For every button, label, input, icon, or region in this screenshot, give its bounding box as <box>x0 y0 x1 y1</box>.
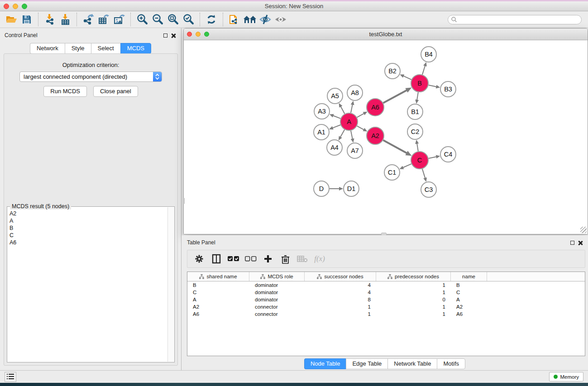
table-cell[interactable]: 4 <box>305 281 376 289</box>
table-cell[interactable]: C <box>187 289 249 296</box>
tab-select[interactable]: Select <box>91 43 120 54</box>
graph-node-C2[interactable]: C2 <box>407 124 423 139</box>
divider-notch[interactable] <box>183 198 185 204</box>
table-cell[interactable]: dominator <box>249 289 305 296</box>
table-row[interactable]: A2connector11A2 <box>187 303 585 310</box>
table-cell[interactable]: A <box>451 296 487 303</box>
show-all-button[interactable] <box>273 13 288 26</box>
table-cell[interactable]: C <box>451 289 487 296</box>
tab-style[interactable]: Style <box>65 43 91 54</box>
zoom-in-button[interactable] <box>134 13 150 26</box>
zoom-out-button[interactable] <box>150 13 165 26</box>
tab-motifs[interactable]: Motifs <box>437 358 465 369</box>
column-header-shared-name[interactable]: shared name <box>187 272 249 281</box>
graph-node-B4[interactable]: B4 <box>421 47 436 62</box>
graph-node-B3[interactable]: B3 <box>440 81 456 97</box>
first-neighbors-button[interactable] <box>242 13 258 26</box>
tab-network[interactable]: Network <box>30 43 65 54</box>
edge-B-B1[interactable] <box>417 92 418 100</box>
graph-node-C4[interactable]: C4 <box>440 147 456 162</box>
graph-node-A8[interactable]: A8 <box>347 85 363 100</box>
tab-edge-table[interactable]: Edge Table <box>346 358 387 369</box>
table-cell[interactable]: 1 <box>376 289 451 296</box>
edge-C-C3[interactable] <box>422 169 425 178</box>
delete-column-button[interactable] <box>278 252 292 266</box>
column-header-predecessor-nodes[interactable]: predecessor nodes <box>376 272 451 281</box>
close-table-panel-icon[interactable] <box>578 240 583 245</box>
graph-node-A1[interactable]: A1 <box>314 124 329 140</box>
edge-C-C2[interactable] <box>417 143 418 152</box>
task-history-button[interactable] <box>5 372 16 382</box>
graph-node-D[interactable]: D <box>314 181 329 196</box>
float-table-panel-icon[interactable] <box>570 241 574 245</box>
table-cell[interactable]: A6 <box>451 310 487 318</box>
graph-node-A[interactable]: A <box>340 113 358 130</box>
open-session-button[interactable] <box>4 13 19 26</box>
export-table-button[interactable] <box>96 13 111 26</box>
table-cell[interactable]: 1 <box>376 281 451 289</box>
edge-A-A6[interactable] <box>357 114 364 118</box>
edge-A-A2[interactable] <box>357 126 364 129</box>
graph-node-C[interactable]: C <box>411 152 428 169</box>
table-cell[interactable]: connector <box>249 303 305 310</box>
graph-node-C1[interactable]: C1 <box>384 165 400 180</box>
edge-A2-C[interactable] <box>383 140 407 153</box>
search-input[interactable] <box>457 16 581 24</box>
result-item[interactable]: A <box>10 217 167 224</box>
deselect-all-button[interactable] <box>244 252 258 266</box>
table-cell[interactable]: B <box>187 281 249 289</box>
node-table[interactable]: shared nameMCDS rolesuccessor nodesprede… <box>187 272 585 356</box>
result-item[interactable]: B <box>10 224 167 232</box>
table-cell[interactable]: 1 <box>305 303 376 310</box>
close-panel-button[interactable]: Close panel <box>93 86 138 97</box>
edge-A-A8[interactable] <box>351 104 353 113</box>
table-cell[interactable]: A2 <box>451 303 487 310</box>
tab-mcds[interactable]: MCDS <box>120 43 151 54</box>
table-row[interactable]: Cdominator41C <box>187 289 585 296</box>
table-settings-button[interactable] <box>192 252 206 266</box>
result-item[interactable]: A6 <box>10 239 167 246</box>
table-cell[interactable]: dominator <box>249 281 305 289</box>
hide-selected-button[interactable] <box>258 13 273 26</box>
mcds-result-list[interactable]: A2ABCA6 <box>8 208 167 362</box>
select-all-button[interactable] <box>226 252 241 266</box>
graph-node-A3[interactable]: A3 <box>314 104 330 119</box>
network-window-titlebar[interactable]: testGlobe.txt <box>184 29 588 40</box>
edge-A-A1[interactable] <box>332 125 340 128</box>
column-header-successor-nodes[interactable]: successor nodes <box>305 272 376 281</box>
tab-network-table[interactable]: Network Table <box>387 358 437 369</box>
network-graph-canvas[interactable]: B4B2BB3A8A5A6A3B1AA1C2A2A4A7C4CC1C3DD1 <box>184 40 588 234</box>
table-cell[interactable]: 1 <box>305 310 376 318</box>
add-column-button[interactable] <box>261 252 275 266</box>
graph-node-A2[interactable]: A2 <box>367 127 384 144</box>
table-cell[interactable]: 0 <box>376 296 451 303</box>
edge-B-B2[interactable] <box>403 76 411 80</box>
edge-A-A4[interactable] <box>340 129 344 137</box>
table-cell[interactable]: 4 <box>305 289 376 296</box>
graph-node-B1[interactable]: B1 <box>407 104 423 119</box>
zoom-fit-button[interactable] <box>165 13 181 26</box>
edge-A-A3[interactable] <box>333 115 340 119</box>
criterion-dropdown[interactable]: largest connected component (directed) <box>19 71 162 82</box>
zoom-selected-button[interactable] <box>181 13 196 26</box>
table-row[interactable]: Adominator80A <box>187 296 585 303</box>
edge-C-C4[interactable] <box>429 157 437 158</box>
column-header-name[interactable]: name <box>451 272 487 281</box>
graph-node-D1[interactable]: D1 <box>344 181 359 196</box>
graph-node-A5[interactable]: A5 <box>327 88 343 104</box>
edge-B-B4[interactable] <box>422 66 425 75</box>
graph-node-B[interactable]: B <box>411 75 428 92</box>
save-session-button[interactable] <box>19 13 34 26</box>
table-cell[interactable]: connector <box>249 310 305 318</box>
close-panel-icon[interactable] <box>171 33 176 38</box>
table-cell[interactable]: A <box>187 296 249 303</box>
edge-B-B3[interactable] <box>429 85 437 87</box>
graph-node-C3[interactable]: C3 <box>421 182 436 197</box>
table-row[interactable]: Bdominator41B <box>187 281 585 289</box>
table-row[interactable]: A6connector11A6 <box>187 310 585 318</box>
graph-node-A6[interactable]: A6 <box>367 99 384 116</box>
edge-C-C1[interactable] <box>403 164 411 167</box>
import-table-button[interactable] <box>57 13 73 26</box>
window-resize-grip[interactable] <box>580 227 587 233</box>
export-network-button[interactable] <box>81 13 96 26</box>
